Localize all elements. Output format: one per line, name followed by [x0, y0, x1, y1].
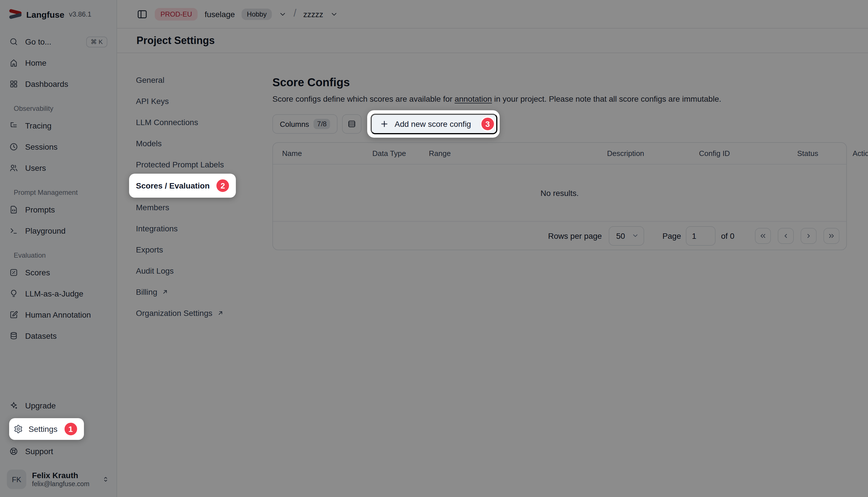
table-toolbar: Columns 7/8 Add new score config 3: [272, 110, 847, 138]
settings-nav-protected-prompt-labels[interactable]: Protected Prompt Labels: [136, 154, 272, 175]
app-logo: Langfuse v3.86.1: [0, 0, 116, 29]
lightbulb-icon: [9, 289, 18, 298]
sidebar-item-label: Settings: [29, 424, 57, 434]
column-header-config-id: Config ID: [699, 149, 788, 158]
first-page-button[interactable]: [755, 228, 771, 244]
sidebar-item-settings[interactable]: Settings 1: [9, 418, 84, 440]
settings-nav-scores-evaluation[interactable]: Scores / Evaluation 2: [129, 175, 272, 197]
sidebar-item-label: Home: [25, 58, 46, 67]
external-link-arrow-icon: [217, 309, 224, 316]
project-name[interactable]: zzzzz: [303, 10, 323, 18]
page-title: Project Settings: [136, 34, 215, 46]
org-chevron-down-icon[interactable]: [279, 10, 287, 18]
settings-nav-integrations[interactable]: Integrations: [136, 218, 272, 239]
sidebar-item-label: Playground: [25, 226, 66, 236]
pagination-bar: Rows per page 50 Page of 0: [273, 222, 846, 250]
settings-nav-api-keys[interactable]: API Keys: [136, 90, 272, 111]
rows-per-page-label: Rows per page: [548, 231, 602, 240]
columns-count-badge: 7/8: [314, 119, 330, 129]
column-header-action: Action: [853, 149, 868, 158]
settings-nav-exports[interactable]: Exports: [136, 239, 272, 260]
next-page-button[interactable]: [801, 228, 816, 244]
sidebar-section-evaluation: Evaluation: [4, 243, 112, 264]
settings-nav: General API Keys LLM Connections Models …: [117, 53, 272, 497]
column-header-range: Range: [429, 149, 598, 158]
settings-nav-billing[interactable]: Billing: [136, 281, 272, 302]
sidebar-item-label: Support: [25, 447, 53, 456]
sidebar-item-label: Tracing: [25, 121, 52, 130]
sidebar-section-observability: Observability: [4, 97, 112, 117]
user-menu[interactable]: FK Felix Krauth felix@langfuse.com: [0, 464, 116, 497]
column-header-description: Description: [607, 149, 690, 158]
last-page-button[interactable]: [823, 228, 839, 244]
sidebar-item-human-annotation[interactable]: Human Annotation: [4, 306, 112, 323]
sidebar-item-label: Users: [25, 164, 46, 172]
tutorial-step-badge-1: 1: [63, 422, 78, 437]
settings-nav-general[interactable]: General: [136, 69, 272, 90]
sidebar-item-label: Scores: [25, 268, 50, 277]
sidebar-item-label: Human Annotation: [25, 310, 91, 320]
settings-nav-models[interactable]: Models: [136, 132, 272, 154]
section-heading: Score Configs: [272, 76, 847, 89]
add-score-config-spotlight: Add new score config 3: [367, 110, 500, 138]
main-area: PROD-EU fuselage Hobby / zzzzz Project S…: [117, 0, 868, 497]
sidebar-item-goto[interactable]: Go to... ⌘ K: [4, 33, 112, 50]
sidebar-item-home[interactable]: Home: [4, 54, 112, 71]
sidebar-item-llm-as-a-judge[interactable]: LLM-as-a-Judge: [4, 285, 112, 302]
sidebar-item-tracing[interactable]: Tracing: [4, 117, 112, 134]
square-pen-icon: [9, 310, 18, 320]
sidebar-item-datasets[interactable]: Datasets: [4, 327, 112, 344]
sidebar-item-sessions[interactable]: Sessions: [4, 138, 112, 155]
sidebar-item-label: Dashboards: [25, 80, 68, 88]
score-configs-table: Name Data Type Range Description Config …: [272, 142, 847, 250]
rows-per-page-select[interactable]: 50: [609, 226, 644, 245]
sidebar-nav: Go to... ⌘ K Home Dashboards Observabili…: [0, 29, 116, 349]
sidebar-item-upgrade[interactable]: Upgrade: [4, 397, 112, 414]
settings-nav-llm-connections[interactable]: LLM Connections: [136, 111, 272, 132]
row-height-button[interactable]: [342, 114, 361, 134]
sidebar-section-prompt-management: Prompt Management: [4, 181, 112, 201]
users-icon: [9, 164, 18, 172]
column-header-status: Status: [797, 149, 843, 158]
sidebar-item-prompts[interactable]: Prompts: [4, 201, 112, 218]
sidebar-item-label: Datasets: [25, 331, 57, 340]
chevrons-up-down-icon: [102, 475, 110, 483]
sidebar-item-support[interactable]: Support: [4, 443, 112, 460]
project-chevron-down-icon[interactable]: [330, 10, 338, 18]
page-header: Project Settings: [117, 29, 868, 53]
home-icon: [9, 58, 18, 67]
settings-nav-organization-settings[interactable]: Organization Settings: [136, 302, 272, 323]
sidebar-item-label: LLM-as-a-Judge: [25, 289, 83, 298]
add-new-score-config-button[interactable]: Add new score config: [371, 114, 497, 134]
sidebar-item-users[interactable]: Users: [4, 159, 112, 176]
page-number-input[interactable]: [685, 226, 715, 245]
sidebar-item-dashboards[interactable]: Dashboards: [4, 75, 112, 93]
sidebar-item-playground[interactable]: Playground: [4, 222, 112, 239]
page-label: Page: [662, 231, 681, 240]
search-icon: [9, 37, 18, 46]
annotation-link[interactable]: annotation: [454, 94, 492, 103]
chevrons-right-icon: [827, 232, 836, 240]
sidebar-item-scores[interactable]: Scores: [4, 264, 112, 281]
table-header-row: Name Data Type Range Description Config …: [273, 143, 846, 165]
panel-left-toggle-icon[interactable]: [136, 8, 148, 20]
user-email: felix@langfuse.com: [32, 480, 96, 488]
columns-button[interactable]: Columns 7/8: [272, 114, 337, 134]
empty-state-message: No results.: [273, 165, 846, 222]
dashboards-grid-icon: [9, 80, 18, 88]
section-description: Score configs define which scores are av…: [272, 94, 847, 103]
chevron-right-icon: [805, 232, 813, 240]
app-name: Langfuse: [26, 10, 64, 19]
rows-icon: [347, 119, 356, 129]
score-configs-section: Score Configs Score configs define which…: [272, 53, 868, 497]
previous-page-button[interactable]: [778, 228, 794, 244]
sidebar-item-label: Go to...: [25, 37, 79, 46]
sidebar-item-label: Upgrade: [25, 401, 56, 410]
chevrons-left-icon: [759, 232, 767, 240]
org-name[interactable]: fuselage: [205, 10, 235, 18]
page-of-total: of 0: [721, 231, 734, 240]
settings-nav-audit-logs[interactable]: Audit Logs: [136, 260, 272, 281]
settings-nav-members[interactable]: Members: [136, 197, 272, 218]
file-code-icon: [9, 205, 18, 214]
avatar: FK: [7, 470, 26, 489]
